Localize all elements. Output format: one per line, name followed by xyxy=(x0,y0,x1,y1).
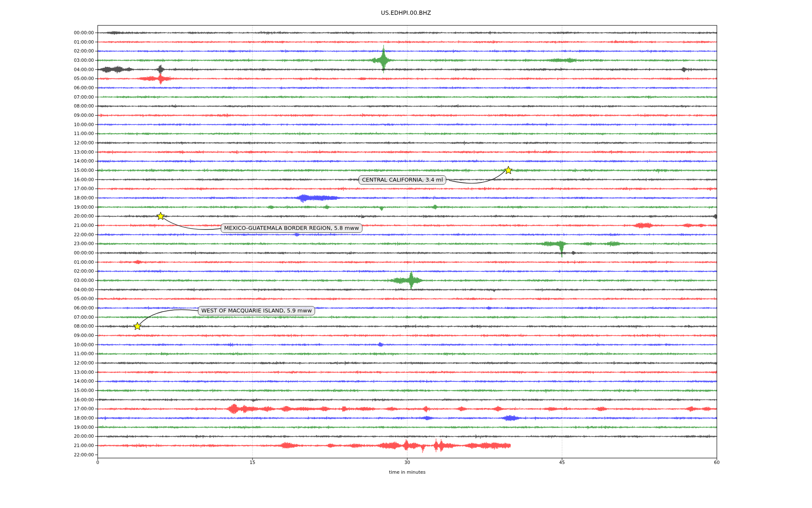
y-tick-label: 13:00:00 xyxy=(74,149,94,155)
x-tick-label: 45 xyxy=(559,460,565,465)
x-tick-label: 15 xyxy=(250,460,255,465)
y-tick-label: 11:00:00 xyxy=(74,131,94,136)
y-tick-label: 17:00:00 xyxy=(74,186,94,191)
y-tick-label: 07:00:00 xyxy=(74,94,94,100)
y-tick-label: 20:00:00 xyxy=(74,433,94,439)
y-tick-label: 21:00:00 xyxy=(74,443,94,448)
y-tick-label: 08:00:00 xyxy=(74,323,94,329)
y-tick-label: 21:00:00 xyxy=(74,223,94,228)
y-tick-label: 12:00:00 xyxy=(74,360,94,366)
y-tick-label: 18:00:00 xyxy=(74,195,94,201)
y-tick-label: 04:00:00 xyxy=(74,287,94,293)
y-tick-label: 14:00:00 xyxy=(74,378,94,384)
y-tick-label: 00:00:00 xyxy=(74,30,94,36)
seismogram-page: US.EDHPI.00.BHZ CENTRAL CALIFORNIA, 3.4 … xyxy=(0,0,812,508)
y-tick-label: 10:00:00 xyxy=(74,342,94,348)
y-tick-label: 11:00:00 xyxy=(74,351,94,356)
y-tick-label: 15:00:00 xyxy=(74,168,94,173)
x-axis-label: time in minutes xyxy=(389,469,425,475)
x-tick-label: 0 xyxy=(96,460,99,465)
y-tick-label: 01:00:00 xyxy=(74,260,94,265)
y-tick-label: 19:00:00 xyxy=(74,204,94,210)
y-tick-label: 17:00:00 xyxy=(74,406,94,411)
event-annotation-mexico-guatemala: MEXICO-GUATEMALA BORDER REGION, 5.8 mww xyxy=(221,224,362,233)
x-tick-label: 30 xyxy=(404,460,410,465)
event-annotation-macquarie-island: WEST OF MACQUARIE ISLAND, 5.9 mww xyxy=(198,306,315,315)
y-tick-label: 07:00:00 xyxy=(74,315,94,320)
event-annotation-central-california: CENTRAL CALIFORNIA, 3.4 ml xyxy=(359,175,446,185)
y-tick-label: 14:00:00 xyxy=(74,158,94,164)
y-tick-label: 08:00:00 xyxy=(74,103,94,109)
y-tick-label: 01:00:00 xyxy=(74,39,94,45)
y-tick-label: 09:00:00 xyxy=(74,333,94,338)
y-tick-label: 15:00:00 xyxy=(74,388,94,393)
y-tick-label: 20:00:00 xyxy=(74,213,94,219)
y-tick-label: 19:00:00 xyxy=(74,425,94,430)
chart-title: US.EDHPI.00.BHZ xyxy=(0,9,812,16)
y-tick-label: 22:00:00 xyxy=(74,232,94,237)
helicorder-canvas xyxy=(0,0,812,508)
y-tick-label: 06:00:00 xyxy=(74,305,94,311)
y-tick-label: 04:00:00 xyxy=(74,67,94,72)
y-tick-label: 02:00:00 xyxy=(74,48,94,54)
y-tick-label: 13:00:00 xyxy=(74,370,94,375)
y-tick-label: 05:00:00 xyxy=(74,76,94,81)
y-tick-label: 12:00:00 xyxy=(74,140,94,146)
y-tick-label: 22:00:00 xyxy=(74,452,94,458)
y-tick-label: 16:00:00 xyxy=(74,177,94,182)
y-tick-label: 00:00:00 xyxy=(74,250,94,256)
y-tick-label: 06:00:00 xyxy=(74,85,94,91)
y-tick-label: 02:00:00 xyxy=(74,268,94,274)
y-tick-label: 09:00:00 xyxy=(74,113,94,118)
y-tick-label: 10:00:00 xyxy=(74,122,94,127)
y-tick-label: 23:00:00 xyxy=(74,241,94,246)
y-tick-label: 03:00:00 xyxy=(74,278,94,283)
y-tick-label: 05:00:00 xyxy=(74,296,94,301)
x-tick-label: 60 xyxy=(714,460,719,465)
y-tick-label: 18:00:00 xyxy=(74,415,94,421)
y-tick-label: 03:00:00 xyxy=(74,58,94,63)
y-tick-label: 16:00:00 xyxy=(74,397,94,403)
